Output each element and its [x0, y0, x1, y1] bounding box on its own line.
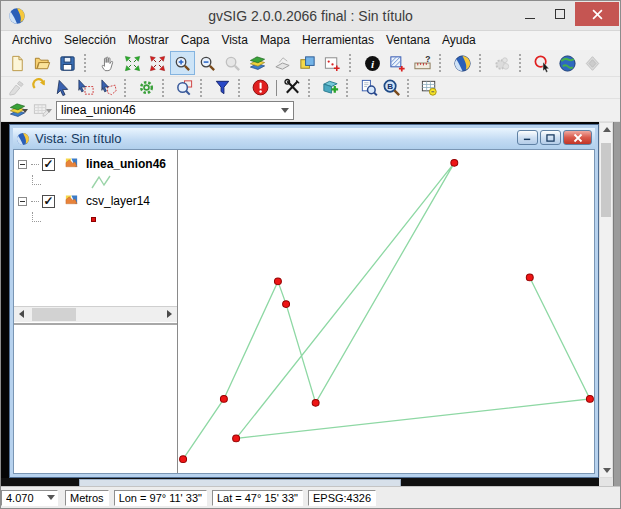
scroll-down-icon[interactable] [603, 468, 611, 473]
attribute-table-button[interactable] [418, 78, 441, 98]
select-by-circle-button[interactable] [530, 51, 555, 75]
menu-bar: ArchivoSelecciónMostrarCapaVistaMapaHerr… [1, 31, 620, 50]
center-to-point-button [580, 51, 605, 75]
layer-tree: ✓linea_union46✓csv_layer14 [14, 150, 177, 306]
maximize-button[interactable] [545, 2, 575, 26]
gvsig-tools-button[interactable] [450, 51, 475, 75]
layer-toc-icon [63, 194, 80, 208]
map-point [312, 400, 319, 407]
toc-scrollbar-thumb[interactable] [32, 308, 76, 321]
search-by-attribute-button[interactable]: B [380, 78, 403, 98]
vista-titlebar[interactable]: Vista: Sin título [13, 128, 595, 149]
new-view-button[interactable] [319, 78, 342, 98]
layer-manager-button[interactable] [245, 51, 270, 75]
menu-herramientas[interactable]: Herramientas [296, 32, 380, 49]
layer-label[interactable]: linea_union46 [86, 157, 166, 171]
layer-visibility-checkbox[interactable]: ✓ [42, 195, 55, 208]
zoom-manager-button [220, 51, 245, 75]
toolbar-row-1: i? [1, 50, 620, 77]
layer-visibility-checkbox[interactable]: ✓ [42, 158, 55, 171]
gvsig-swirl-icon [453, 54, 472, 73]
select-by-point-button[interactable] [51, 78, 74, 98]
info-tool-button[interactable]: i [360, 51, 385, 75]
zoom-in-button[interactable] [170, 51, 195, 75]
close-button[interactable] [575, 2, 619, 26]
map-point [451, 159, 458, 166]
menu-mapa[interactable]: Mapa [254, 32, 296, 49]
layer-visibility-dropdown[interactable] [5, 100, 29, 120]
points-add-icon [323, 54, 342, 73]
longitude-field: Lon = 97° 11' 33" [114, 490, 207, 506]
menu-seleccion[interactable]: Selección [58, 32, 122, 49]
mdi-desktop: Vista: Sin título ✓linea_union46✓cs [1, 122, 620, 488]
map-canvas[interactable] [178, 150, 594, 473]
measure-tool-button[interactable]: ? [410, 51, 435, 75]
select-by-polygon-button[interactable] [97, 78, 120, 98]
preferences-button[interactable] [281, 78, 304, 98]
scroll-right-icon[interactable] [167, 310, 172, 318]
units-field: Metros [65, 490, 109, 506]
minimize-button[interactable] [515, 2, 545, 26]
filter-button[interactable] [211, 78, 234, 98]
vertical-scrollbar-thumb[interactable] [601, 143, 611, 217]
toolbar-separator [346, 79, 354, 97]
toolbar-separator [238, 79, 246, 97]
layer-label[interactable]: csv_layer14 [86, 194, 150, 208]
menu-capa[interactable]: Capa [175, 32, 216, 49]
vista-close-button[interactable] [563, 130, 592, 145]
pan-tool-button[interactable] [95, 51, 120, 75]
map-point [283, 301, 290, 308]
scale-combobox[interactable]: 4.070 [1, 490, 58, 506]
brush-icon [7, 78, 26, 97]
copy-features-button[interactable] [295, 51, 320, 75]
svg-text:?: ? [425, 54, 430, 64]
layer-transparency-button[interactable] [270, 51, 295, 75]
vista-window: Vista: Sin título ✓linea_union46✓cs [9, 124, 599, 478]
center-point-icon [583, 54, 602, 73]
layer-toc-icon [63, 157, 80, 171]
zoom-out-button[interactable] [195, 51, 220, 75]
search-b-icon: B [382, 78, 401, 97]
save-project-button[interactable] [55, 51, 80, 75]
validation-button[interactable] [249, 78, 272, 98]
vista-minimize-button[interactable] [517, 130, 538, 145]
menu-mostrar[interactable]: Mostrar [122, 32, 175, 49]
menu-archivo[interactable]: Archivo [6, 32, 58, 49]
tree-expander-icon[interactable] [18, 197, 27, 206]
refresh-view-button[interactable] [28, 78, 51, 98]
menu-ayuda[interactable]: Ayuda [436, 32, 482, 49]
menu-ventana[interactable]: Ventana [380, 32, 436, 49]
menu-vista[interactable]: Vista [215, 32, 253, 49]
new-document-button[interactable] [5, 51, 30, 75]
zoom-to-selection-button[interactable] [173, 78, 196, 98]
geoprocess-manager-button[interactable] [135, 78, 158, 98]
tree-expander-icon[interactable] [18, 160, 27, 169]
zoom-prev-icon [148, 54, 167, 73]
map-point [274, 278, 281, 285]
scroll-up-icon[interactable] [603, 127, 611, 132]
vista-maximize-button[interactable] [540, 130, 561, 145]
geoprocess-toolbox-button [490, 51, 515, 75]
toolbar-separator [407, 79, 415, 97]
zoom-previous-button[interactable] [145, 51, 170, 75]
web-map-button[interactable] [555, 51, 580, 75]
zoom-out-icon [198, 54, 217, 73]
table-edit-dropdown [29, 100, 53, 120]
zoom-extent-button[interactable] [120, 51, 145, 75]
active-layer-combobox[interactable]: linea_union46 [56, 101, 294, 120]
mdi-vertical-scrollbar[interactable] [599, 122, 613, 478]
scroll-left-icon[interactable] [19, 310, 24, 318]
add-event-layer-button[interactable] [320, 51, 345, 75]
toolbar-separator [308, 79, 316, 97]
layers-icon [248, 54, 267, 73]
status-bar: 4.070 Metros Lon = 97° 11' 33" Lat = 47°… [1, 486, 620, 508]
gvsig-main-window: gvSIG 2.0.0.2066 final : Sin título Arch… [0, 0, 621, 509]
copy-squares-icon [298, 54, 317, 73]
copy-search-icon [359, 78, 378, 97]
search-duplicate-button[interactable] [357, 78, 380, 98]
select-by-rectangle-button[interactable] [74, 78, 97, 98]
toc-horizontal-scrollbar[interactable] [14, 306, 177, 322]
doc-new-icon [8, 54, 27, 73]
add-hatch-button[interactable] [385, 51, 410, 75]
open-project-button[interactable] [30, 51, 55, 75]
